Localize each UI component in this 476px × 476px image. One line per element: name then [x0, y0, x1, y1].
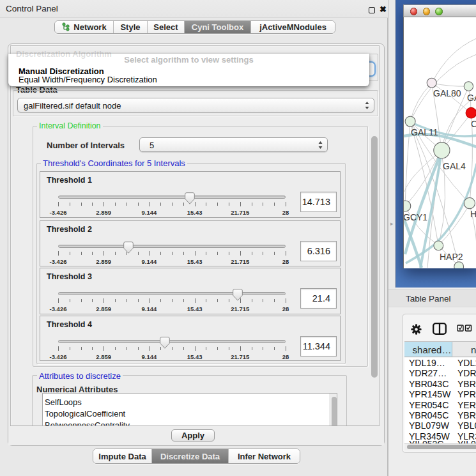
svg-text:GA: GA: [467, 93, 476, 103]
svg-text:GAL4: GAL4: [443, 161, 466, 171]
svg-text:HA: HA: [470, 209, 476, 219]
svg-text:GCY1: GCY1: [404, 212, 427, 222]
svg-text:GAL11: GAL11: [411, 127, 438, 137]
svg-text:GAL80: GAL80: [433, 88, 461, 98]
svg-text:C: C: [471, 119, 476, 129]
svg-text:HAP2: HAP2: [440, 252, 463, 262]
